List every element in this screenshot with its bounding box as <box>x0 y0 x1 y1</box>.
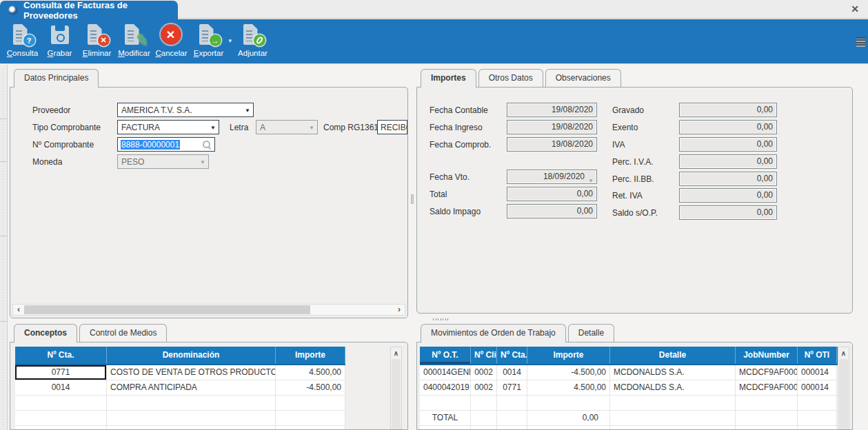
scroll-right-icon[interactable]: › <box>394 305 405 315</box>
window-title: Consulta de Facturas de Proveedores <box>23 0 170 21</box>
cancelar-button[interactable]: ✕ Cancelar <box>153 22 190 57</box>
proveedor-select[interactable]: AMERICA T.V. S.A. ▼ <box>117 103 254 117</box>
col-header-cli[interactable]: Nº Cli. <box>471 347 497 364</box>
exento-field[interactable]: 0,00 <box>679 120 777 134</box>
consulta-button[interactable]: ? Consulta <box>4 22 41 57</box>
movimientos-table: Nº O.T. Nº Cli. Nº Cta. Importe Detalle … <box>420 347 838 430</box>
saldo-sop-label: Saldo s/O.P. <box>612 208 658 218</box>
saldo-impago-label: Saldo Impago <box>430 207 481 216</box>
chevron-down-icon: ▼ <box>245 108 250 114</box>
fecha-contable-field[interactable]: 19/08/2020 <box>507 103 597 117</box>
col-header-oti[interactable]: Nº OTI <box>798 347 837 364</box>
col-header-cta[interactable]: Nº Cta. <box>15 347 107 364</box>
eliminar-button[interactable]: ✕ Eliminar <box>79 22 115 57</box>
ret-iva-label: Ret. IVA <box>612 191 643 201</box>
saldo-sop-field[interactable]: 0,00 <box>679 205 777 220</box>
fecha-contable-label: Fecha Contable <box>430 105 488 115</box>
table-row[interactable]: 000014GENE 0002 0014 -4.500,00 MCDONALDS… <box>420 365 838 380</box>
horizontal-scrollbar[interactable]: ‹ › <box>12 304 405 316</box>
perc-iva-label: Perc. I.V.A. <box>612 157 654 167</box>
tab-control-de-medios[interactable]: Control de Medios <box>79 324 167 342</box>
datos-principales-body: Proveedor AMERICA T.V. S.A. ▼ Tipo Compr… <box>10 87 408 318</box>
col-header-denominacion[interactable]: Denominación <box>107 347 276 364</box>
scrollbar-track[interactable] <box>392 359 401 428</box>
fecha-comprob-label: Fecha Comprob. <box>430 140 491 150</box>
document-delete-icon: ✕ <box>84 22 110 48</box>
scroll-left-icon[interactable]: ‹ <box>13 305 24 315</box>
fecha-ingreso-label: Fecha Ingreso <box>430 123 483 132</box>
perc-iva-field[interactable]: 0,00 <box>679 154 777 169</box>
selected-cell[interactable]: 0771 <box>15 365 107 380</box>
table-row[interactable] <box>15 426 345 430</box>
total-field[interactable]: 0,00 <box>507 187 597 201</box>
fecha-vto-field[interactable]: 18/09/2020 ▼ <box>507 170 597 184</box>
vertical-scrollbar[interactable]: ∧ <box>838 347 849 429</box>
letra-select[interactable]: A ▼ <box>256 120 318 134</box>
fecha-vto-label: Fecha Vto. <box>430 172 470 182</box>
total-row-label: TOTAL <box>420 411 471 425</box>
table-row[interactable] <box>420 426 838 430</box>
exportar-button[interactable]: → Exportar ▾ <box>190 22 227 57</box>
document-export-icon: → <box>196 22 222 48</box>
importes-panel: Importes Otros Datos Observaciones Fecha… <box>416 69 853 314</box>
tab-importes[interactable]: Importes <box>421 69 476 88</box>
col-header-ot[interactable]: Nº O.T. <box>420 347 471 364</box>
tab-otros-datos[interactable]: Otros Datos <box>478 69 543 87</box>
modificar-button[interactable]: ✎ Modificar <box>116 22 152 57</box>
perc-iibb-field[interactable]: 0,00 <box>679 172 777 186</box>
table-row[interactable]: 0771 COSTO DE VENTA DE OTROS PRODUCTOS 4… <box>15 365 345 380</box>
tab-observaciones[interactable]: Observaciones <box>545 69 621 87</box>
col-header-jobnumber[interactable]: JobNumber <box>736 347 798 364</box>
gravado-field[interactable]: 0,00 <box>679 103 777 117</box>
toolbar-grip-icon[interactable] <box>856 37 865 47</box>
adjuntar-button[interactable]: Adjuntar <box>234 22 271 57</box>
scroll-up-icon[interactable]: ∧ <box>391 348 401 358</box>
window-bullet-icon <box>8 6 18 15</box>
left-dock-strip[interactable] <box>0 65 8 430</box>
total-row[interactable]: TOTAL 0,00 <box>420 411 838 426</box>
total-label: Total <box>430 190 447 199</box>
vertical-splitter[interactable] <box>411 194 414 204</box>
fecha-ingreso-field[interactable]: 19/08/2020 <box>507 120 597 134</box>
conceptos-panel: Conceptos Control de Medios Nº Cta. Deno… <box>10 324 408 430</box>
col-header-detalle[interactable]: Detalle <box>610 347 736 364</box>
iva-label: IVA <box>612 140 625 150</box>
drag-grip[interactable] <box>433 318 448 320</box>
grabar-button[interactable]: Grabar <box>41 22 78 57</box>
table-row[interactable] <box>15 411 345 426</box>
table-row[interactable]: 0400042019 0002 0771 4.500,00 MCDONALDS … <box>420 380 838 396</box>
iva-field[interactable]: 0,00 <box>679 137 777 152</box>
window-tab[interactable]: Consulta de Facturas de Proveedores <box>0 1 178 19</box>
nro-comprobante-label: Nº Comprobante <box>32 140 94 150</box>
tab-datos-principales[interactable]: Datos Principales <box>14 69 99 88</box>
exento-label: Exento <box>612 123 638 132</box>
table-row[interactable] <box>420 396 838 411</box>
scrollbar-thumb[interactable] <box>24 305 310 314</box>
tab-conceptos[interactable]: Conceptos <box>14 324 77 342</box>
tipo-comprobante-select[interactable]: FACTURA ▼ <box>117 120 219 134</box>
export-dropdown-icon[interactable]: ▾ <box>228 37 232 44</box>
nro-comprobante-input[interactable]: 8888-00000001 <box>117 137 215 152</box>
scrollbar-track[interactable] <box>839 359 848 428</box>
col-header-importe[interactable]: Importe <box>527 347 610 364</box>
chevron-down-icon: ▼ <box>210 125 216 131</box>
chevron-down-icon: ▼ <box>200 159 205 165</box>
comp-rg1361-field[interactable]: RECIBO <box>377 120 407 134</box>
saldo-impago-field[interactable]: 0,00 <box>507 204 597 218</box>
col-header-cta[interactable]: Nº Cta. <box>497 347 527 364</box>
vertical-scrollbar[interactable]: ∧ <box>390 347 402 429</box>
scroll-up-icon[interactable]: ∧ <box>838 348 849 358</box>
close-icon[interactable]: ✕ <box>849 3 861 15</box>
tab-movimientos-ot[interactable]: Movimientos de Orden de Trabajo <box>421 324 566 342</box>
table-row[interactable]: 0014 COMPRA ANTICIPADA -4.500,00 <box>15 380 345 396</box>
datos-principales-panel: Datos Principales Proveedor AMERICA T.V.… <box>10 69 408 318</box>
moneda-select[interactable]: PESO ▼ <box>117 154 209 169</box>
fecha-comprob-field[interactable]: 19/08/2020 <box>507 137 597 152</box>
table-row[interactable] <box>15 396 345 411</box>
search-icon[interactable] <box>203 141 211 149</box>
comp-rg1361-label: Comp RG1361 <box>323 123 379 132</box>
perc-iibb-label: Perc. II.BB. <box>612 174 654 184</box>
col-header-importe[interactable]: Importe <box>276 347 345 364</box>
tab-detalle[interactable]: Detalle <box>568 324 614 342</box>
ret-iva-field[interactable]: 0,00 <box>679 188 777 203</box>
